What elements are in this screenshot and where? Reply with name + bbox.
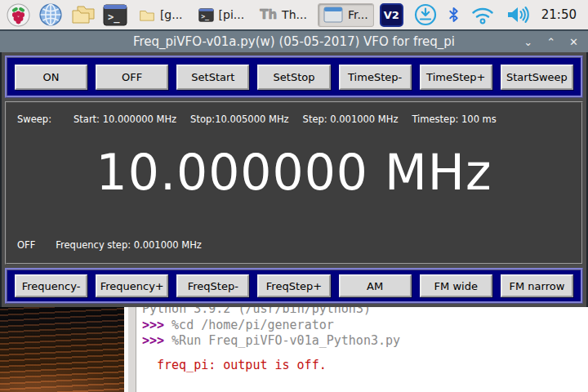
sweep-stop-value: Stop:10.005000 MHz: [190, 114, 288, 125]
sweep-start-value: Start: 10.000000 MHz: [74, 114, 176, 125]
bottom-button-frame: Frequency- Frequency+ FreqStep- FreqStep…: [5, 268, 583, 304]
set-stop-button[interactable]: SetStop: [257, 65, 330, 90]
freqstep-plus-button[interactable]: FreqStep+: [257, 274, 330, 297]
task-freq-vfo[interactable]: Fr...: [318, 3, 374, 27]
globe-icon: [38, 2, 63, 27]
off-button[interactable]: OFF: [96, 65, 168, 90]
desktop-strip: Python 3.9.2 (/usr/bin/python3) >>>%cd /…: [0, 307, 588, 392]
task-terminal[interactable]: >_ [pi...: [194, 3, 250, 27]
fm-wide-button[interactable]: FM wide: [420, 274, 492, 297]
folders-icon: [70, 4, 96, 26]
shell-command: %cd /home/pi/generator: [172, 318, 334, 332]
set-start-button[interactable]: SetStart: [176, 65, 249, 90]
clock[interactable]: 21:50: [541, 7, 577, 22]
am-button[interactable]: AM: [339, 274, 412, 297]
sweep-timestep-value: Timestep: 100 ms: [412, 114, 496, 125]
shell-command: %Run Freq_piVFO-v01a_Python3.py: [172, 333, 400, 348]
desktop-wallpaper: [0, 307, 124, 392]
maximize-icon[interactable]: ⌃: [546, 37, 555, 47]
menu-button[interactable]: [5, 2, 31, 28]
sweep-step-value: Step: 0.001000 MHz: [303, 114, 399, 125]
frequency-step-value: Frequency step: 0.001000 MHz: [56, 239, 202, 251]
desktop-screen: >_ [g... >_ [pi... Th Th... Fr... V2: [0, 0, 588, 392]
top-button-frame: ON OFF SetStart SetStop TimeStep- TimeSt…: [5, 56, 583, 98]
updates-download-icon[interactable]: [414, 3, 437, 26]
timestep-minus-button[interactable]: TimeStep-: [339, 65, 412, 90]
task-thonny[interactable]: Th Th...: [255, 3, 312, 27]
shell-gutter: [128, 307, 136, 392]
fm-narrow-button[interactable]: FM narrow: [501, 274, 573, 297]
close-icon[interactable]: ✕: [569, 37, 578, 47]
start-sweep-button[interactable]: StartSweep: [501, 65, 573, 90]
timestep-plus-button[interactable]: TimeStep+: [420, 65, 492, 90]
task-label: Fr...: [348, 8, 368, 21]
terminal-icon: >_: [103, 4, 127, 26]
window-titlebar[interactable]: Freq_piVFO-v01a.py(w) (05-05-2017) VFO f…: [0, 29, 588, 52]
task-label: Th...: [282, 8, 307, 21]
shell-banner: Python 3.9.2 (/usr/bin/python3): [142, 307, 588, 318]
window-icon: [323, 7, 343, 23]
browser-launcher[interactable]: [37, 2, 63, 28]
task-label: [pi...: [219, 8, 245, 21]
thonny-icon: Th: [260, 7, 277, 22]
svg-text:>_: >_: [108, 11, 120, 24]
vnc-icon[interactable]: V2: [380, 3, 403, 27]
file-manager-launcher[interactable]: [69, 2, 96, 28]
shell-command-line: >>>%Run Freq_piVFO-v01a_Python3.py: [142, 333, 588, 350]
bluetooth-icon[interactable]: [448, 5, 460, 24]
frequency-plus-button[interactable]: Frequency+: [96, 274, 168, 297]
frequency-display: Sweep: Start: 10.000000 MHz Stop:10.0050…: [5, 101, 583, 265]
shell-prompt: >>>: [142, 318, 164, 332]
shell-command-line: >>>%cd /home/pi/generator: [142, 318, 588, 334]
shell-output: freq_pi: output is off.: [142, 358, 588, 374]
shell-prompt: >>>: [142, 333, 164, 348]
taskbar: >_ [g... >_ [pi... Th Th... Fr... V2: [0, 0, 588, 29]
svg-text:>_: >_: [201, 12, 209, 20]
task-file-manager[interactable]: [g...: [134, 3, 188, 27]
sweep-info-line: Sweep: Start: 10.000000 MHz Stop:10.0050…: [17, 114, 510, 125]
folder-icon: [139, 8, 155, 22]
vfo-window-body: ON OFF SetStart SetStop TimeStep- TimeSt…: [0, 52, 588, 307]
status-line: OFF Frequency step: 0.001000 MHz: [17, 239, 222, 251]
window-title: Freq_piVFO-v01a.py(w) (05-05-2017) VFO f…: [133, 34, 455, 49]
terminal-icon: >_: [198, 8, 214, 22]
shell-content[interactable]: Python 3.9.2 (/usr/bin/python3) >>>%cd /…: [136, 307, 588, 386]
task-label: [g...: [160, 8, 183, 21]
output-state: OFF: [17, 239, 35, 251]
window-controls: ⌄ ⌃ ✕: [523, 31, 578, 52]
thonny-shell-window[interactable]: Python 3.9.2 (/usr/bin/python3) >>>%cd /…: [124, 307, 588, 392]
freqstep-minus-button[interactable]: FreqStep-: [176, 274, 249, 297]
wifi-icon[interactable]: [470, 6, 495, 24]
frequency-readout: 10.000000 MHz: [7, 144, 581, 201]
volume-icon[interactable]: [506, 5, 531, 24]
on-button[interactable]: ON: [15, 65, 87, 90]
minimize-icon[interactable]: ⌄: [523, 37, 532, 47]
raspberry-pi-icon: [7, 3, 30, 27]
frequency-minus-button[interactable]: Frequency-: [15, 274, 87, 297]
system-tray: V2 21:50: [380, 3, 583, 27]
terminal-launcher[interactable]: >_: [101, 2, 127, 28]
sweep-label: Sweep:: [17, 114, 51, 125]
